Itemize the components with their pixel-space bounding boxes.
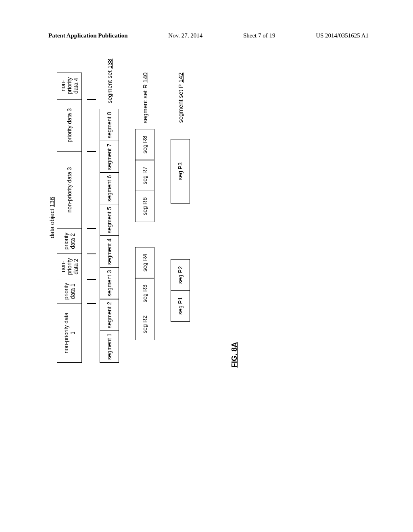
segment-cell: segment 2 bbox=[100, 299, 119, 331]
header-right: US 2014/0351625 A1 bbox=[316, 32, 369, 39]
data-object-cell: non- priority data 4 bbox=[57, 72, 81, 99]
connector-line bbox=[87, 228, 96, 229]
segment-cell: seg P3 bbox=[171, 139, 190, 204]
segment-set-r-group1: seg R2seg R3seg R4 bbox=[135, 247, 154, 340]
page-header: Patent Application Publication Nov. 27, … bbox=[0, 32, 413, 39]
segment-set-p-group1: seg P1seg P2 bbox=[171, 259, 190, 322]
header-left: Patent Application Publication bbox=[48, 32, 128, 39]
segment-cell: seg R4 bbox=[135, 247, 154, 278]
connector-line bbox=[87, 151, 96, 152]
segment-set-label: segment set 138 bbox=[106, 59, 113, 104]
segment-cell: segment 8 bbox=[100, 109, 119, 141]
data-object-title-row: data object 136 bbox=[48, 73, 55, 363]
header-sheet: Sheet 7 of 19 bbox=[243, 32, 275, 39]
header-date: Nov. 27, 2014 bbox=[168, 32, 202, 39]
segment-set-p-group: seg P1seg P2 seg P3 segment set P 142 bbox=[171, 73, 190, 363]
connector-row bbox=[86, 73, 97, 363]
connector-line bbox=[87, 303, 96, 304]
diagram-container: data object 136 non-priority data 1prior… bbox=[48, 73, 347, 363]
segment-cell: segment 6 bbox=[100, 172, 119, 205]
data-object-title: data object bbox=[48, 209, 55, 238]
segment-set-row: segment 1segment 2segment 3segment 4segm… bbox=[100, 109, 119, 363]
data-object-cell: priority data 3 bbox=[57, 99, 81, 151]
segment-cell: seg P2 bbox=[171, 259, 190, 291]
segment-set-p-group2: seg P3 bbox=[171, 139, 190, 204]
data-object-ref: 136 bbox=[48, 197, 55, 207]
segment-set-r-group: seg R2seg R3seg R4 seg R6seg R7seg R8 se… bbox=[135, 73, 154, 363]
segment-cell: segment 5 bbox=[100, 204, 119, 236]
data-object-cell: non-priority data 3 bbox=[57, 151, 81, 228]
connector-line bbox=[87, 254, 96, 254]
connector-line bbox=[87, 99, 96, 100]
data-object-cell: non- priority data 2 bbox=[57, 254, 81, 279]
segment-cell: seg R7 bbox=[135, 160, 154, 191]
data-object-cell: non-priority data 1 bbox=[57, 303, 81, 362]
segment-cell: seg P1 bbox=[171, 290, 190, 322]
segment-cell: segment 4 bbox=[100, 236, 119, 268]
segment-cell: seg R2 bbox=[135, 309, 154, 340]
data-object-cell: priority data 1 bbox=[57, 279, 81, 303]
segment-set-r-group2: seg R6seg R7seg R8 bbox=[135, 129, 154, 222]
segment-cell: segment 7 bbox=[100, 141, 119, 173]
connector-line bbox=[87, 279, 96, 280]
segment-cell: seg R6 bbox=[135, 191, 154, 222]
segment-cell: seg R3 bbox=[135, 278, 154, 309]
segment-cell: seg R8 bbox=[135, 129, 154, 160]
figure-label: FIG. 8A bbox=[230, 342, 239, 368]
segment-cell: segment 3 bbox=[100, 267, 119, 299]
segment-set-group: segment 1segment 2segment 3segment 4segm… bbox=[100, 73, 119, 363]
segment-cell: segment 1 bbox=[100, 330, 119, 363]
segment-set-p-label: segment set P 142 bbox=[177, 73, 184, 123]
data-object-cell: priority data 2 bbox=[57, 228, 81, 254]
data-object-row: non-priority data 1priority data 1non- p… bbox=[57, 73, 82, 363]
segment-set-r-label: segment set R 140 bbox=[142, 73, 148, 123]
